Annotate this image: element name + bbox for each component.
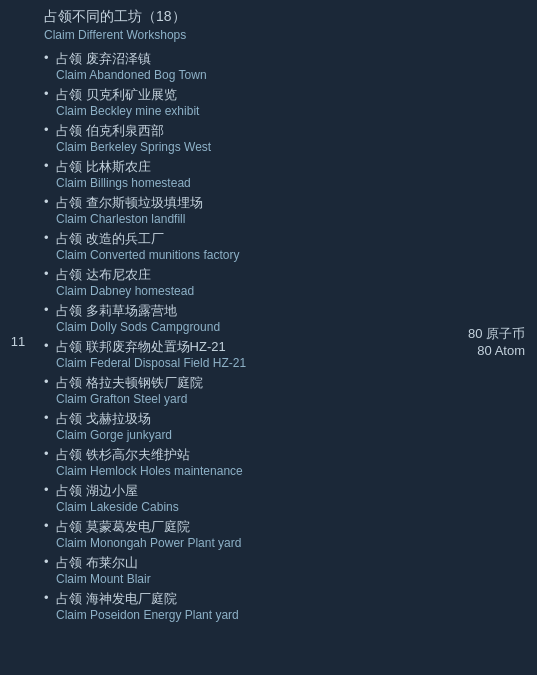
item-text-en: Claim Gorge junkyard [56, 428, 447, 442]
list-item: 占领 贝克利矿业展览Claim Beckley mine exhibit [44, 86, 447, 118]
item-text-en: Claim Monongah Power Plant yard [56, 536, 447, 550]
section-title-zh: 占领不同的工坊（18） [44, 8, 447, 26]
item-text-zh: 占领 改造的兵工厂 [56, 230, 447, 248]
quest-row: 11 占领不同的工坊（18） Claim Different Workshops… [0, 0, 537, 675]
price-column: 80 原子币 80 Atom [447, 0, 537, 675]
item-text-en: Claim Poseidon Energy Plant yard [56, 608, 447, 622]
item-text-zh: 占领 湖边小屋 [56, 482, 447, 500]
item-text-zh: 占领 海神发电厂庭院 [56, 590, 447, 608]
item-text-zh: 占领 比林斯农庄 [56, 158, 447, 176]
list-item: 占领 查尔斯顿垃圾填埋场Claim Charleston landfill [44, 194, 447, 226]
section-title-en: Claim Different Workshops [44, 28, 447, 42]
item-text-en: Claim Converted munitions factory [56, 248, 447, 262]
item-text-en: Claim Mount Blair [56, 572, 447, 586]
item-text-zh: 占领 铁杉高尔夫维护站 [56, 446, 447, 464]
list-item: 占领 海神发电厂庭院Claim Poseidon Energy Plant ya… [44, 590, 447, 622]
item-text-en: Claim Beckley mine exhibit [56, 104, 447, 118]
list-item: 占领 铁杉高尔夫维护站Claim Hemlock Holes maintenan… [44, 446, 447, 478]
item-text-zh: 占领 查尔斯顿垃圾填埋场 [56, 194, 447, 212]
item-text-en: Claim Dabney homestead [56, 284, 447, 298]
quest-content: 占领不同的工坊（18） Claim Different Workshops 占领… [36, 0, 447, 675]
item-text-en: Claim Billings homestead [56, 176, 447, 190]
list-item: 占领 格拉夫顿钢铁厂庭院Claim Grafton Steel yard [44, 374, 447, 406]
item-text-zh: 占领 格拉夫顿钢铁厂庭院 [56, 374, 447, 392]
list-item: 占领 湖边小屋Claim Lakeside Cabins [44, 482, 447, 514]
item-text-zh: 占领 贝克利矿业展览 [56, 86, 447, 104]
list-item: 占领 莫蒙葛发电厂庭院Claim Monongah Power Plant ya… [44, 518, 447, 550]
item-text-zh: 占领 废弃沼泽镇 [56, 50, 447, 68]
item-text-zh: 占领 戈赫拉圾场 [56, 410, 447, 428]
item-text-zh: 占领 达布尼农庄 [56, 266, 447, 284]
item-text-en: Claim Grafton Steel yard [56, 392, 447, 406]
item-text-en: Claim Lakeside Cabins [56, 500, 447, 514]
item-text-zh: 占领 联邦废弃物处置场HZ-21 [56, 338, 447, 356]
item-text-en: Claim Federal Disposal Field HZ-21 [56, 356, 447, 370]
price-zh: 80 原子币 [468, 325, 525, 343]
list-item: 占领 比林斯农庄Claim Billings homestead [44, 158, 447, 190]
list-item: 占领 达布尼农庄Claim Dabney homestead [44, 266, 447, 298]
price-en: 80 Atom [477, 343, 525, 358]
item-text-zh: 占领 莫蒙葛发电厂庭院 [56, 518, 447, 536]
item-text-en: Claim Hemlock Holes maintenance [56, 464, 447, 478]
list-item: 占领 戈赫拉圾场Claim Gorge junkyard [44, 410, 447, 442]
item-text-zh: 占领 多莉草场露营地 [56, 302, 447, 320]
list-item: 占领 废弃沼泽镇Claim Abandoned Bog Town [44, 50, 447, 82]
row-number: 11 [0, 0, 36, 675]
item-text-en: Claim Dolly Sods Campground [56, 320, 447, 334]
list-item: 占领 伯克利泉西部Claim Berkeley Springs West [44, 122, 447, 154]
list-item: 占领 布莱尔山Claim Mount Blair [44, 554, 447, 586]
item-text-zh: 占领 布莱尔山 [56, 554, 447, 572]
item-text-en: Claim Abandoned Bog Town [56, 68, 447, 82]
items-list: 占领 废弃沼泽镇Claim Abandoned Bog Town占领 贝克利矿业… [44, 50, 447, 622]
item-text-zh: 占领 伯克利泉西部 [56, 122, 447, 140]
list-item: 占领 改造的兵工厂Claim Converted munitions facto… [44, 230, 447, 262]
list-item: 占领 联邦废弃物处置场HZ-21Claim Federal Disposal F… [44, 338, 447, 370]
item-text-en: Claim Berkeley Springs West [56, 140, 447, 154]
item-text-en: Claim Charleston landfill [56, 212, 447, 226]
list-item: 占领 多莉草场露营地Claim Dolly Sods Campground [44, 302, 447, 334]
